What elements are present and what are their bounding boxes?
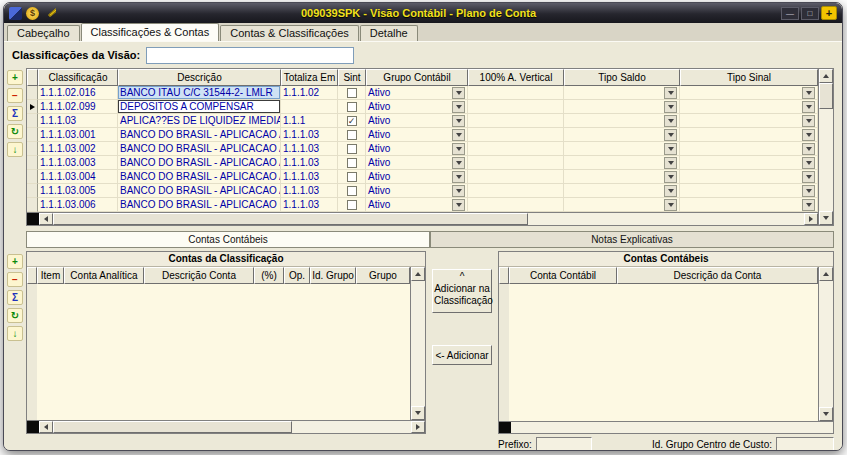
- minimize-button[interactable]: —: [781, 7, 799, 20]
- cell-tipo-saldo[interactable]: [564, 156, 680, 170]
- column-header-id-grupo[interactable]: Id. Grupo: [310, 267, 356, 284]
- cell-vertical[interactable]: [468, 184, 564, 198]
- cell-descricao[interactable]: BANCO DO BRASIL - APLICACAO CDB: [118, 198, 281, 212]
- sum-icon[interactable]: Σ: [7, 106, 23, 121]
- row-selector[interactable]: [27, 184, 38, 198]
- column-header-tipo-sinal[interactable]: Tipo Sinal: [680, 69, 818, 86]
- row-selector[interactable]: [27, 198, 38, 212]
- scroll-down-button[interactable]: [819, 407, 833, 421]
- cell-classificacao[interactable]: 1.1.1.03.002: [38, 142, 118, 156]
- sint-checkbox[interactable]: [347, 186, 357, 196]
- scroll-left-button[interactable]: [39, 213, 53, 225]
- row-selector[interactable]: [27, 114, 38, 128]
- cell-tipo-sinal[interactable]: [680, 156, 818, 170]
- scrollbar-thumb[interactable]: [819, 83, 833, 109]
- money-icon[interactable]: $: [26, 7, 39, 20]
- sint-checkbox[interactable]: ✓: [347, 116, 357, 126]
- cell-vertical[interactable]: [468, 142, 564, 156]
- id-grupo-centro-custo-input[interactable]: [776, 437, 834, 451]
- row-selector[interactable]: [27, 142, 38, 156]
- column-header-op[interactable]: Op.: [284, 267, 310, 284]
- cell-totaliza-em[interactable]: 1.1.1.03: [281, 184, 338, 198]
- cell-vertical[interactable]: [468, 128, 564, 142]
- scrollbar-track[interactable]: [411, 281, 425, 406]
- sint-checkbox[interactable]: [347, 102, 357, 112]
- table-row[interactable]: 1.1.1.03.003 BANCO DO BRASIL - APLICACAO…: [27, 156, 818, 170]
- scrollbar-track[interactable]: [819, 281, 833, 407]
- column-header-vertical[interactable]: 100% A. Vertical: [468, 69, 564, 86]
- cell-grupo-contabil[interactable]: Ativo: [366, 142, 468, 156]
- sint-checkbox[interactable]: [347, 158, 357, 168]
- column-header-conta-analitica[interactable]: Conta Analítica: [64, 267, 144, 284]
- tipo-saldo-dropdown-button[interactable]: [664, 143, 677, 155]
- empty-grid-body[interactable]: [499, 284, 818, 421]
- cell-tipo-sinal[interactable]: [680, 86, 818, 100]
- sint-checkbox[interactable]: [347, 200, 357, 210]
- scroll-right-button[interactable]: [804, 213, 818, 225]
- sint-checkbox[interactable]: [347, 88, 357, 98]
- tab-contas-contabeis[interactable]: Contas Contábeis: [26, 231, 430, 248]
- grupo-dropdown-button[interactable]: [452, 185, 465, 197]
- tipo-saldo-dropdown-button[interactable]: [664, 157, 677, 169]
- cell-tipo-sinal[interactable]: [680, 114, 818, 128]
- tipo-sinal-dropdown-button[interactable]: [802, 87, 815, 99]
- table-row[interactable]: 1.1.1.03.006 BANCO DO BRASIL - APLICACAO…: [27, 198, 818, 212]
- column-header-tipo-saldo[interactable]: Tipo Saldo: [564, 69, 680, 86]
- sint-checkbox[interactable]: [347, 130, 357, 140]
- cell-tipo-sinal[interactable]: [680, 100, 818, 114]
- table-row[interactable]: 1.1.1.03.001 BANCO DO BRASIL - APLICACAO…: [27, 128, 818, 142]
- horizontal-scrollbar[interactable]: [27, 212, 818, 225]
- adicionar-na-classificacao-button[interactable]: ^ Adicionar na Classificação: [432, 269, 492, 313]
- cell-totaliza-em[interactable]: 1.1.1.03: [281, 128, 338, 142]
- tipo-sinal-dropdown-button[interactable]: [802, 171, 815, 183]
- column-header-descricao[interactable]: Descrição: [118, 69, 281, 86]
- cell-classificacao[interactable]: 1.1.1.03.006: [38, 198, 118, 212]
- tipo-sinal-dropdown-button[interactable]: [802, 115, 815, 127]
- wrench-icon[interactable]: [43, 7, 56, 20]
- tipo-saldo-dropdown-button[interactable]: [664, 101, 677, 113]
- scroll-left-button[interactable]: [39, 421, 53, 433]
- cell-grupo-contabil[interactable]: Ativo: [366, 128, 468, 142]
- tab-detalhe[interactable]: Detalhe: [360, 25, 418, 41]
- cell-descricao[interactable]: APLICA??ES DE LIQUIDEZ IMEDIATA: [118, 114, 281, 128]
- row-selector[interactable]: [27, 156, 38, 170]
- close-button[interactable]: +: [821, 6, 837, 20]
- cell-descricao[interactable]: DEPOSITOS A COMPENSAR: [118, 100, 281, 114]
- cell-descricao[interactable]: BANCO DO BRASIL - APLICACAO AUTO M: [118, 156, 281, 170]
- scroll-down-button[interactable]: [819, 211, 833, 225]
- column-header-descricao-conta[interactable]: Descrição Conta: [144, 267, 254, 284]
- tipo-sinal-dropdown-button[interactable]: [802, 199, 815, 211]
- cell-tipo-saldo[interactable]: [564, 128, 680, 142]
- cell-vertical[interactable]: [468, 198, 564, 212]
- cell-sint[interactable]: [338, 86, 366, 100]
- cell-sint[interactable]: [338, 156, 366, 170]
- sint-checkbox[interactable]: [347, 172, 357, 182]
- column-header-descricao-da-conta[interactable]: Descrição da Conta: [617, 267, 818, 284]
- cell-tipo-sinal[interactable]: [680, 170, 818, 184]
- cell-classificacao[interactable]: 1.1.1.02.099: [38, 100, 118, 114]
- classificacoes-visao-input[interactable]: [146, 47, 354, 64]
- cell-sint[interactable]: [338, 198, 366, 212]
- vertical-scrollbar[interactable]: [818, 267, 833, 421]
- cell-grupo-contabil[interactable]: Ativo: [366, 198, 468, 212]
- tab-notas-explicativas[interactable]: Notas Explicativas: [430, 231, 834, 248]
- scroll-up-button[interactable]: [819, 69, 833, 83]
- grupo-dropdown-button[interactable]: [452, 101, 465, 113]
- cell-sint[interactable]: [338, 142, 366, 156]
- table-row[interactable]: 1.1.1.02.016 BANCO ITAU C/C 31544-2- LML…: [27, 86, 818, 100]
- cell-descricao[interactable]: BANCO DO BRASIL - APLICACAO AUTO M: [118, 128, 281, 142]
- table-row[interactable]: 1.1.1.03.005 BANCO DO BRASIL - APLICACAO…: [27, 184, 818, 198]
- refresh-icon[interactable]: ↻: [7, 124, 23, 139]
- cell-descricao[interactable]: BANCO DO BRASIL - APLICACAO AUTO M: [118, 170, 281, 184]
- column-header-percent[interactable]: (%): [254, 267, 284, 284]
- tipo-sinal-dropdown-button[interactable]: [802, 185, 815, 197]
- cell-tipo-sinal[interactable]: [680, 128, 818, 142]
- vertical-scrollbar[interactable]: [818, 69, 833, 225]
- tipo-saldo-dropdown-button[interactable]: [664, 129, 677, 141]
- cell-sint[interactable]: ✓: [338, 114, 366, 128]
- cell-grupo-contabil[interactable]: Ativo: [366, 114, 468, 128]
- horizontal-scrollbar[interactable]: [499, 421, 833, 433]
- export-icon[interactable]: ↓: [7, 326, 23, 341]
- cell-tipo-saldo[interactable]: [564, 100, 680, 114]
- column-header-sint[interactable]: Sint: [338, 69, 366, 86]
